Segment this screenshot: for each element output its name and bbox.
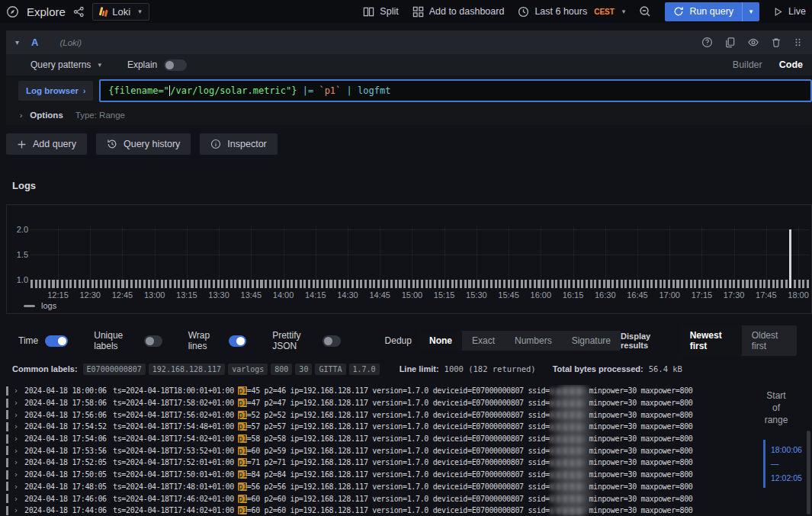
toggle-switch[interactable] [323, 335, 341, 347]
histogram-bar [525, 280, 527, 288]
toggle-switch[interactable] [144, 335, 162, 347]
histogram-bar [495, 280, 497, 288]
log-timestamp: 2024-04-18 17:44:06 [24, 506, 113, 514]
query-ref-id: A [31, 37, 38, 48]
run-query-split-button: Run query ▾ [665, 2, 759, 21]
histogram-bar [637, 280, 640, 288]
drag-handle-icon[interactable] [793, 37, 803, 48]
query-expression-input[interactable]: {filename="/var/log/solar.metric"} |= `p… [99, 79, 812, 102]
zoom-out-icon[interactable] [639, 5, 651, 18]
expand-chevron-icon[interactable]: › [14, 411, 18, 419]
histogram-bar [178, 280, 180, 288]
histogram-bar [685, 280, 688, 288]
collapse-chevron-icon[interactable]: ▾ [15, 38, 19, 46]
x-tick: 14:30 [332, 290, 363, 300]
log-row[interactable]: ›2024-04-18 17:44:06ts=2024-04-18T17:44:… [0, 505, 812, 516]
expand-chevron-icon[interactable]: › [14, 458, 18, 466]
expand-chevron-icon[interactable]: › [14, 482, 18, 491]
inspector-button[interactable]: Inspector [200, 133, 277, 155]
histogram-bar [707, 280, 709, 288]
run-query-label: Run query [689, 6, 733, 17]
expand-chevron-icon[interactable]: › [14, 447, 18, 455]
histogram-bar [182, 280, 185, 288]
share-icon[interactable] [73, 6, 85, 18]
expand-chevron-icon[interactable]: › [14, 386, 18, 395]
search-match-highlight: p1 [238, 411, 246, 419]
toggle-label: Unique labels [94, 330, 137, 351]
range-to: 12:02:05 [771, 471, 806, 485]
eye-icon[interactable] [747, 37, 759, 48]
log-row[interactable]: ›2024-04-18 17:54:06ts=2024-04-18T17:54:… [0, 433, 812, 445]
log-row[interactable]: ›2024-04-18 17:52:05ts=2024-04-18T17:52:… [0, 457, 812, 469]
add-to-dashboard-button[interactable]: Add to dashboard [412, 6, 505, 18]
log-level-indicator [6, 506, 8, 515]
histogram-bar [724, 280, 727, 288]
log-row[interactable]: ›2024-04-18 17:48:05ts=2024-04-18T17:48:… [0, 481, 812, 493]
run-query-dropdown[interactable]: ▾ [742, 2, 759, 21]
trash-icon[interactable] [771, 37, 782, 48]
log-timestamp: 2024-04-18 17:46:06 [24, 495, 113, 503]
log-row[interactable]: ›2024-04-18 17:50:05ts=2024-04-18T17:50:… [0, 469, 812, 481]
expand-chevron-icon[interactable]: › [14, 470, 18, 479]
log-row[interactable]: ›2024-04-18 17:53:56ts=2024-04-18T17:53:… [0, 444, 812, 457]
tab-code[interactable]: Code [779, 59, 803, 70]
histogram-bar [698, 280, 701, 288]
log-browser-button[interactable]: Log browser › [18, 81, 93, 101]
histogram-bar [117, 280, 120, 288]
dedup-option[interactable]: Signature [562, 331, 621, 351]
query-options-row[interactable]: › Options Type: Range [6, 105, 812, 125]
query-patterns-button[interactable]: Query patterns ▾ [30, 59, 101, 70]
histogram-bar [243, 280, 246, 288]
histogram-bar [79, 280, 81, 288]
histogram-bar [611, 280, 614, 288]
dedup-option[interactable]: Exact [462, 331, 505, 351]
log-navigation-range[interactable]: 18:00:06 — 12:02:05 [763, 440, 806, 488]
search-match-highlight: p1 [238, 506, 246, 514]
histogram-bar [373, 280, 375, 288]
add-query-button[interactable]: Add query [6, 133, 87, 155]
histogram-bar [672, 280, 675, 288]
log-row[interactable]: ›2024-04-18 18:00:06ts=2024-04-18T18:00:… [0, 385, 812, 397]
histogram-bar [737, 280, 740, 288]
split-button[interactable]: Split [363, 6, 398, 18]
expand-chevron-icon[interactable]: › [14, 495, 18, 503]
expand-chevron-icon[interactable]: › [14, 506, 18, 514]
explain-toggle[interactable] [164, 59, 187, 71]
run-query-button[interactable]: Run query [665, 2, 742, 21]
live-button[interactable]: Live [773, 6, 806, 17]
log-timestamp: 2024-04-18 17:52:05 [24, 458, 113, 466]
time-range-picker[interactable]: Last 6 hours CEST ▾ [518, 6, 625, 18]
scrollbar[interactable] [807, 431, 810, 514]
histogram-bar [369, 280, 371, 288]
expand-chevron-icon[interactable]: › [14, 422, 18, 431]
display-option[interactable]: Oldest first [742, 325, 797, 356]
duplicate-icon[interactable] [724, 37, 736, 48]
expand-chevron-icon[interactable]: › [14, 434, 18, 443]
dedup-option[interactable]: Numbers [505, 331, 562, 351]
x-tick: 17:45 [751, 290, 782, 300]
display-option[interactable]: Newest first [680, 325, 742, 356]
help-icon[interactable] [701, 37, 713, 48]
dedup-option[interactable]: None [419, 331, 462, 351]
log-row[interactable]: ›2024-04-18 17:56:06ts=2024-04-18T17:56:… [0, 409, 812, 421]
toggle-switch[interactable] [229, 335, 246, 347]
common-label-badge: 800 [271, 364, 292, 375]
expand-chevron-icon[interactable]: › [14, 399, 18, 407]
tab-builder[interactable]: Builder [733, 59, 762, 70]
histogram-bar [694, 280, 696, 288]
histogram-bar [156, 280, 159, 288]
histogram-bar [386, 280, 388, 288]
log-row[interactable]: ›2024-04-18 17:46:06ts=2024-04-18T17:46:… [0, 492, 812, 505]
log-level-indicator [6, 458, 8, 467]
datasource-picker[interactable]: Loki ▾ [92, 3, 149, 21]
toggle-switch[interactable] [45, 335, 68, 347]
histogram-bar [521, 280, 523, 288]
log-row[interactable]: ›2024-04-18 17:58:06ts=2024-04-18T17:58:… [0, 397, 812, 409]
log-row[interactable]: ›2024-04-18 17:54:52ts=2024-04-18T17:54:… [0, 421, 812, 433]
histogram-bar [442, 280, 445, 288]
histogram-bar [607, 280, 609, 288]
search-match-highlight: p1 [238, 386, 246, 395]
chart-legend[interactable]: logs [24, 301, 56, 310]
query-history-button[interactable]: Query history [96, 133, 191, 155]
histogram-bar [412, 280, 415, 288]
